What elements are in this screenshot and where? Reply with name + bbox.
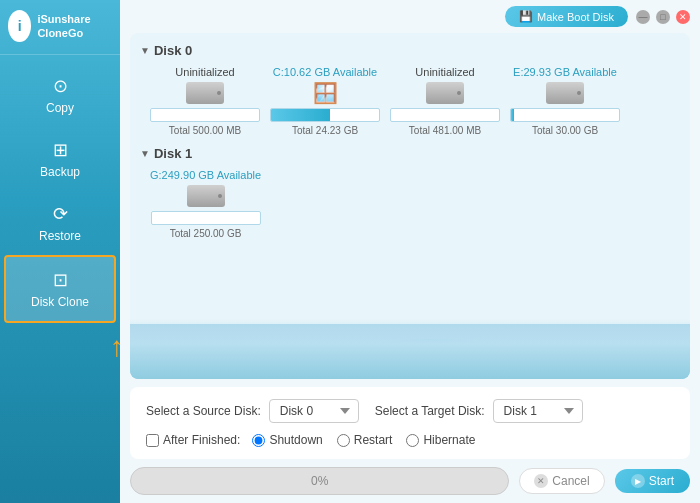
sidebar-item-backup[interactable]: ⊞ Backup [0,127,120,191]
svg-rect-18 [638,372,643,379]
target-label: Select a Target Disk: [375,404,485,418]
source-label: Select a Source Disk: [146,404,261,418]
partition-bar-container-unin2 [390,108,500,122]
restart-text: Restart [354,433,393,447]
partition-g: G:249.90 GB Available Total 250.00 GB [150,169,261,239]
arrow-indicator: ↑ [110,331,124,363]
minimize-button[interactable]: — [636,10,650,24]
partition-icon-unin2 [425,81,465,105]
title-bar: 💾 Make Boot Disk — □ ✕ [120,0,700,33]
radio-group: Shutdown Restart Hibernate [252,433,475,447]
app-logo: i iSunshare CloneGo [0,0,120,55]
after-finished-checkbox-label[interactable]: After Finished: [146,433,240,447]
maximize-button[interactable]: □ [656,10,670,24]
shutdown-text: Shutdown [269,433,322,447]
make-boot-disk-button[interactable]: 💾 Make Boot Disk [505,6,628,27]
sidebar: i iSunshare CloneGo ⊙ Copy ⊞ Backup ⟳ Re… [0,0,120,503]
hibernate-text: Hibernate [423,433,475,447]
partition-label: Uninitialized [175,66,234,78]
source-select-group: Select a Source Disk: Disk 0 Disk 1 [146,399,359,423]
partition-label-g: G:249.90 GB Available [150,169,261,181]
window-controls: — □ ✕ [636,10,690,24]
close-button[interactable]: ✕ [676,10,690,24]
bottom-controls: Select a Source Disk: Disk 0 Disk 1 Sele… [130,387,690,459]
windows-logo-icon: 🪟 [313,81,338,105]
partition-uninitialized-1: Uninitialized Total 500.00 MB [150,66,260,136]
disk1-header: ▼ Disk 1 [140,146,680,161]
svg-marker-13 [570,364,590,379]
svg-marker-11 [540,354,560,369]
disk-shape-g [187,185,225,207]
progress-bar-container [130,467,509,495]
disk-area: ▼ Disk 0 Uninitialized Total 500.00 MB [130,33,690,379]
disk-shape-2 [426,82,464,104]
play-icon: ▶ [631,474,645,488]
svg-marker-5 [150,354,170,369]
disk-shape [186,82,224,104]
source-target-row: Select a Source Disk: Disk 0 Disk 1 Sele… [146,399,674,423]
landscape-decoration [130,324,690,379]
partition-size-unin2: Total 481.00 MB [409,125,481,136]
partition-size-c: Total 24.23 GB [292,125,358,136]
svg-rect-15 [578,372,583,379]
partition-bar-c [271,109,330,121]
svg-point-2 [310,339,550,379]
partition-label-c: C:10.62 GB Available [273,66,377,78]
svg-marker-14 [568,356,592,371]
partition-bar-container [150,108,260,122]
sidebar-nav: ⊙ Copy ⊞ Backup ⟳ Restore ⊡ Disk Clone [0,55,120,323]
target-dropdown[interactable]: Disk 1 Disk 0 [493,399,583,423]
svg-rect-9 [183,372,188,379]
svg-marker-10 [542,362,558,379]
svg-marker-4 [152,362,168,379]
partition-c: C:10.62 GB Available 🪟 Total 24.23 GB [270,66,380,136]
disk0-partitions: Uninitialized Total 500.00 MB C:10.62 GB… [140,66,680,136]
svg-rect-0 [130,324,690,379]
svg-marker-7 [177,364,193,379]
shutdown-radio-label[interactable]: Shutdown [252,433,322,447]
sidebar-item-restore[interactable]: ⟳ Restore [0,191,120,255]
boot-icon: 💾 [519,10,533,23]
disk0-group: ▼ Disk 0 Uninitialized Total 500.00 MB [140,43,680,136]
cancel-icon: ✕ [534,474,548,488]
after-finished-text: After Finished: [163,433,240,447]
sidebar-item-disk-clone[interactable]: ⊡ Disk Clone [4,255,116,323]
restore-label: Restore [39,229,81,243]
backup-icon: ⊞ [53,139,68,161]
partition-icon-c: 🪟 [305,81,345,105]
partition-icon [185,81,225,105]
restart-radio[interactable] [337,434,350,447]
partition-uninitialized-2: Uninitialized Total 481.00 MB [390,66,500,136]
disk0-chevron: ▼ [140,45,150,56]
disk-clone-label: Disk Clone [31,295,89,309]
partition-size-e: Total 30.00 GB [532,125,598,136]
partition-bar-e [511,109,514,121]
main-content: 💾 Make Boot Disk — □ ✕ ▼ Disk 0 Uninitia… [120,0,700,503]
svg-point-3 [510,347,690,379]
after-finished-row: After Finished: Shutdown Restart Hiberna… [146,433,674,447]
svg-marker-16 [630,360,650,379]
disk1-group: ▼ Disk 1 G:249.90 GB Available Total 250… [140,146,680,239]
hibernate-radio[interactable] [406,434,419,447]
partition-bar-container-e [510,108,620,122]
start-button[interactable]: ▶ Start [615,469,690,493]
hibernate-radio-label[interactable]: Hibernate [406,433,475,447]
sidebar-item-copy[interactable]: ⊙ Copy [0,63,120,127]
progress-wrapper: 0% [130,467,509,495]
disk1-partitions: G:249.90 GB Available Total 250.00 GB [140,169,680,239]
restart-radio-label[interactable]: Restart [337,433,393,447]
svg-rect-6 [158,372,163,379]
partition-bar-container-c [270,108,380,122]
partition-size-g: Total 250.00 GB [170,228,242,239]
app-name: iSunshare CloneGo [37,12,112,41]
disk-clone-icon: ⊡ [53,269,68,291]
partition-size: Total 500.00 MB [169,125,241,136]
cancel-button[interactable]: ✕ Cancel [519,468,604,494]
svg-marker-8 [175,356,195,371]
backup-label: Backup [40,165,80,179]
after-finished-checkbox[interactable] [146,434,159,447]
shutdown-radio[interactable] [252,434,265,447]
disk1-chevron: ▼ [140,148,150,159]
partition-icon-g [186,184,226,208]
source-dropdown[interactable]: Disk 0 Disk 1 [269,399,359,423]
